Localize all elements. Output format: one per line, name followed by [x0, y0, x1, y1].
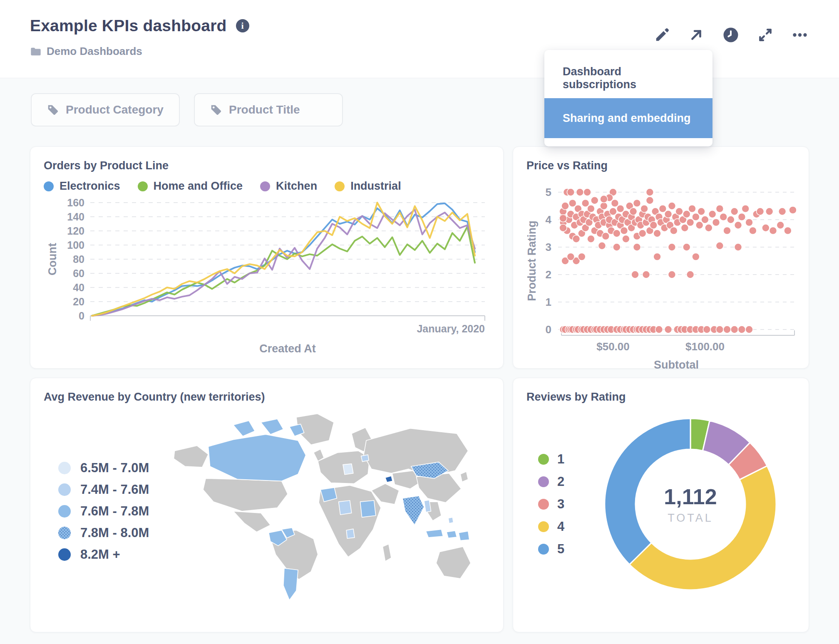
breadcrumb-label: Demo Dashboards: [47, 45, 142, 58]
map-region-mexico: [233, 511, 271, 532]
map-region-azerbaijan[interactable]: [385, 476, 393, 483]
map-legend-swatch: [58, 505, 71, 518]
map-legend-label: 7.8M - 8.0M: [80, 525, 149, 540]
map-legend: 6.5M - 7.0M7.4M - 7.6M7.6M - 7.8M7.8M - …: [44, 419, 169, 604]
y-axis-label: Product Rating: [526, 220, 538, 301]
legend-item-kitchen[interactable]: Kitchen: [260, 180, 317, 193]
map-legend-label: 8.2M +: [80, 547, 120, 562]
map-region-niger[interactable]: [339, 500, 352, 515]
map-region-germany[interactable]: [343, 464, 353, 475]
map-legend-swatch: [58, 548, 71, 561]
legend-label: 3: [557, 497, 564, 512]
map-legend-item: 7.4M - 7.6M: [58, 482, 169, 497]
donut-legend-item-3[interactable]: 3: [538, 497, 584, 512]
legend-label: 4: [557, 519, 564, 534]
map-region-sudan[interactable]: [360, 500, 375, 517]
x-axis-tick: $50.00: [596, 340, 630, 353]
card-orders-by-product-line: Orders by Product Line ElectronicsHome a…: [30, 146, 504, 369]
ellipsis-icon[interactable]: [792, 27, 808, 43]
header: Example KPIs dashboard i Demo Dashboards: [0, 0, 839, 78]
map-legend-item: 7.8M - 8.0M: [58, 525, 169, 540]
menu-item-sharing-and-embedding[interactable]: Sharing and embedding: [544, 98, 712, 138]
price-rating-scatter-chart[interactable]: 012345$50.00$100.00Product RatingSubtota…: [526, 176, 796, 372]
card-title: Reviews by Rating: [526, 391, 795, 404]
legend-dot: [538, 476, 549, 487]
map-region-papua-new-guinea[interactable]: [459, 531, 469, 541]
map-region-canada[interactable]: [233, 421, 255, 436]
share-icon[interactable]: [688, 27, 704, 43]
legend-dot: [260, 181, 270, 191]
map-region-argentina[interactable]: [283, 568, 298, 600]
legend-dot: [538, 499, 549, 510]
orders-legend: ElectronicsHome and OfficeKitchenIndustr…: [44, 180, 490, 193]
fullscreen-icon[interactable]: [757, 27, 773, 43]
map-legend-item: 6.5M - 7.0M: [58, 461, 169, 476]
map-region-philippines[interactable]: [448, 517, 453, 523]
map-region-canada[interactable]: [261, 419, 283, 434]
map-region-indonesia[interactable]: [426, 529, 443, 537]
filter-label: Product Title: [229, 103, 300, 116]
menu-item-dashboard-subscriptions[interactable]: Dashboard subscriptions: [544, 58, 712, 98]
donut-legend-item-5[interactable]: 5: [538, 542, 584, 557]
edit-icon[interactable]: [654, 27, 670, 43]
x-axis-label: Created At: [259, 342, 316, 355]
map-legend-label: 7.6M - 7.8M: [80, 504, 149, 519]
svg-text:0: 0: [79, 310, 84, 322]
legend-item-industrial[interactable]: Industrial: [335, 180, 401, 193]
svg-text:100: 100: [67, 239, 84, 251]
donut-chart[interactable]: 1,112 TOTAL: [599, 413, 782, 596]
y-axis-label: Count: [46, 243, 59, 275]
map-legend-item: 7.6M - 7.8M: [58, 504, 169, 519]
donut-slice-5[interactable]: [605, 419, 690, 565]
map-region-india[interactable]: [402, 496, 424, 525]
svg-text:120: 120: [67, 225, 84, 237]
line-series-kitchen[interactable]: [92, 210, 475, 316]
world-choropleth-map[interactable]: [169, 409, 471, 604]
map-region-canada[interactable]: [208, 434, 305, 481]
svg-text:5: 5: [546, 186, 551, 198]
filter-product-category[interactable]: Product Category: [31, 93, 180, 126]
donut-legend-item-2[interactable]: 2: [538, 474, 584, 489]
tag-icon: [210, 104, 222, 116]
svg-text:20: 20: [73, 296, 84, 307]
legend-label: Kitchen: [276, 180, 317, 193]
svg-text:140: 140: [67, 211, 84, 223]
map-region-latvia[interactable]: [361, 455, 369, 462]
map-region-australia: [436, 547, 471, 579]
filter-bar: Product Category Product Title: [31, 93, 343, 126]
history-clock-icon[interactable]: [722, 27, 739, 43]
card-price-vs-rating: Price vs Rating 012345$50.00$100.00Produ…: [513, 146, 809, 369]
map-region-japan: [460, 471, 468, 482]
page-title: Example KPIs dashboard: [30, 17, 227, 35]
filter-product-title[interactable]: Product Title: [194, 93, 343, 126]
map-region-indonesia[interactable]: [447, 531, 457, 538]
svg-text:160: 160: [67, 197, 84, 208]
orders-line-chart[interactable]: 020406080100120140160CountJanuary, 2020C…: [44, 193, 491, 359]
svg-text:0: 0: [546, 323, 551, 336]
legend-item-home-and-office[interactable]: Home and Office: [138, 180, 243, 193]
breadcrumb[interactable]: Demo Dashboards: [30, 45, 142, 58]
legend-item-electronics[interactable]: Electronics: [44, 180, 120, 193]
legend-dot: [138, 181, 148, 191]
donut-legend-item-4[interactable]: 4: [538, 519, 584, 534]
svg-text:2: 2: [546, 268, 551, 281]
info-icon[interactable]: i: [236, 19, 249, 32]
svg-text:40: 40: [73, 282, 84, 293]
x-axis-tick: $100.00: [685, 340, 725, 353]
card-title: Price vs Rating: [526, 159, 795, 172]
legend-dot: [538, 544, 549, 555]
map-region-china: [416, 473, 461, 503]
legend-label: 5: [557, 542, 564, 557]
donut-legend-item-1[interactable]: 1: [538, 452, 584, 467]
tag-icon: [47, 104, 59, 116]
map-region-gabon[interactable]: [346, 529, 355, 538]
map-legend-swatch: [58, 483, 71, 496]
filter-label: Product Category: [66, 103, 164, 116]
line-series-home-and-office[interactable]: [92, 227, 475, 316]
map-region-usa: [203, 478, 288, 511]
map-legend-label: 6.5M - 7.0M: [80, 461, 149, 476]
x-axis-label: Subtotal: [654, 359, 699, 371]
donut-slice-4[interactable]: [630, 466, 776, 590]
map-legend-swatch: [58, 526, 71, 540]
x-axis-tick: January, 2020: [417, 323, 485, 334]
